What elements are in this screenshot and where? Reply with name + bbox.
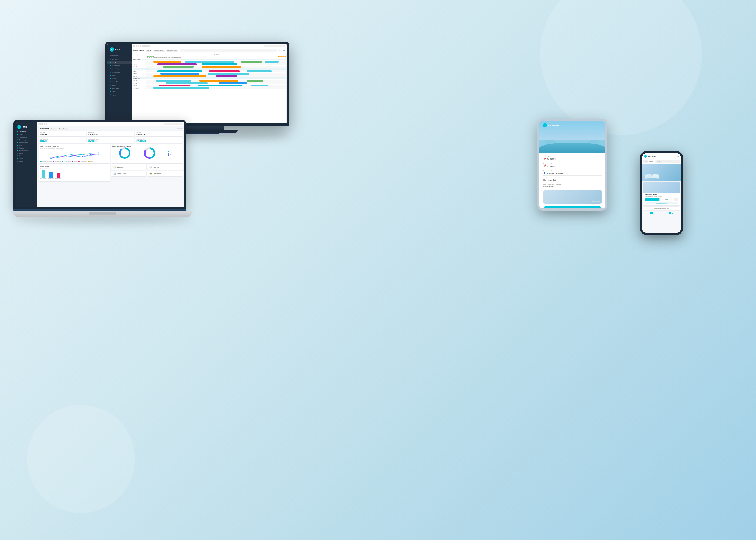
- phone-room-cards: Signature Suite Friday 16th April - Sund…: [642, 181, 681, 233]
- monitor-nav-sales-lead[interactable]: Sales Lead: [107, 87, 132, 90]
- additionals-value: High chair, Cot: [543, 179, 601, 182]
- market-segment-card: Market Segment 400 · 300 · 200 · 100 Mar…: [39, 165, 110, 182]
- market-bar-chart: Market Segment 1 Market Segment 3 Market…: [40, 170, 109, 180]
- toggle-row: [643, 212, 680, 214]
- phone-brand: RMS Hotel: [648, 156, 656, 157]
- monitor-logo: ▶ RMS: [107, 46, 132, 53]
- monitor-nav-setup[interactable]: Setup: [107, 90, 132, 93]
- monitor-nav-utilities[interactable]: Utilities: [107, 83, 132, 87]
- sign-form-btn[interactable]: Sign OOHS Declaration Form: [643, 206, 680, 210]
- donut-area: RR Powered Site A Rooms B Rooms: [112, 148, 182, 159]
- monitor-brand: RMS: [115, 48, 120, 51]
- monitor-rmsu-dropdown[interactable]: RMSU ▾: [146, 50, 152, 52]
- monitor-nav-asset[interactable]: Asset Maintenance: [107, 80, 132, 83]
- daily-charge-btn[interactable]: 💳 Daily Charge: [147, 171, 183, 176]
- daily-charge-icon: 💳: [149, 172, 152, 175]
- laptop-nav-edm[interactable]: EDM: [16, 144, 37, 147]
- booking-row-bmv02: B-MV 02: [133, 72, 286, 75]
- quick-actions-panel: 🌙 Night Audit 📋 Audit Trail: [111, 165, 183, 182]
- financial-dropdown[interactable]: Financial ▾: [50, 128, 57, 130]
- laptop-nav-reports[interactable]: Reports: [16, 147, 37, 149]
- laptop-trackpad[interactable]: [89, 212, 116, 215]
- stats-row-1: Daily Total $621.00 Monthly Total $10,43…: [39, 131, 183, 136]
- booking-row-ps03: E-PS 03: [133, 84, 286, 87]
- laptop-main-area: Reservation Search... Dashboard Financia…: [37, 122, 184, 207]
- revenue-chart-card: Monthly Revenue Comparison Jan 2020 · Ma…: [39, 144, 110, 163]
- monitor-nav-housekeeping[interactable]: Housekeeping: [107, 70, 132, 74]
- monitor-nav-charts[interactable]: Charts: [107, 61, 132, 64]
- arrival-date-value: 📅 14.09.2023: [543, 158, 601, 162]
- monitor-nav-loyalty[interactable]: Loyalty: [107, 93, 132, 96]
- laptop-nav-sales-lead[interactable]: Sales Lead: [16, 154, 37, 157]
- monitor-nav-dashboard[interactable]: Dashboard: [107, 58, 132, 61]
- laptop-nav-utilities[interactable]: Utilities: [16, 152, 37, 154]
- promo-value: Rewards #45512: [543, 186, 601, 189]
- phone-action-buttons: Payment Extras ⋯: [645, 198, 678, 202]
- laptop-nav-housekeeping[interactable]: Housekeeping: [16, 141, 37, 144]
- book-now-button[interactable]: Book Now: [543, 206, 601, 208]
- monitor-topbar: Reservation Search...: [132, 44, 287, 48]
- stat-daily-online: Daily Online Total $621.00: [39, 137, 86, 143]
- phone-room-image: [643, 182, 680, 193]
- extras-btn[interactable]: Extras: [659, 198, 674, 202]
- stat-ytd-total: YTD Total $99,127.00: [135, 131, 183, 136]
- bottom-row: Market Segment 400 · 300 · 200 · 100 Mar…: [39, 165, 183, 182]
- monitor-balance-dropdown[interactable]: Last Name Balance ▾: [153, 50, 165, 52]
- donut-chart-2: [143, 146, 156, 160]
- laptop-sidebar: ▶ RMS Dashboard Charts Reservations Acco…: [16, 122, 37, 207]
- svg-point-4: [58, 157, 59, 157]
- tablet-frame: RMS Hotel Arrival Date 📅 14.09.2023 Depa…: [537, 119, 607, 210]
- night-audit-btn[interactable]: 🌙 Night Audit: [111, 165, 146, 170]
- monitor-chart-title: Booking Chart: [133, 50, 144, 51]
- svg-point-7: [82, 156, 83, 157]
- quick-actions-grid: 🌙 Night Audit 📋 Audit Trail: [111, 165, 183, 176]
- monitor-nav-reservations[interactable]: Reservations: [107, 64, 132, 67]
- monitor-screen: ▶ RMS Menu Search... Dashboard Charts Re…: [105, 42, 289, 126]
- phone-menu-icon[interactable]: ≡: [678, 155, 679, 158]
- monitor-status-dropdown[interactable]: Reservation Status ▾: [166, 50, 179, 52]
- booking-row-ess03: E-SS 03: [133, 66, 286, 68]
- booking-row-psgras: E-PS Gras...: [133, 87, 286, 89]
- payment-btn[interactable]: Payment: [645, 198, 659, 202]
- departure-date-field: Departure Date 📅 18.09.2023: [543, 163, 601, 169]
- laptop-nav-reservations[interactable]: Reservations: [16, 136, 37, 139]
- laptop-nav-accounting[interactable]: Accounting: [16, 139, 37, 141]
- charts-row: Monthly Revenue Comparison Jan 2020 · Ma…: [39, 144, 183, 163]
- booking-row-ess01: E-SS 01 Price: [133, 61, 286, 63]
- phone-tab-future[interactable]: Future: [656, 160, 661, 163]
- monitor-nav-accounting[interactable]: Accounting: [107, 67, 132, 70]
- monitor-nav-edm[interactable]: EDM: [107, 74, 132, 77]
- booking-row-bmv01: B-MV 01: [133, 70, 286, 72]
- guests-field: Number of Guests 👤 2 Adults, 2 Children …: [543, 170, 601, 176]
- toggle-switch-2[interactable]: [669, 212, 673, 214]
- laptop-brand: RMS: [23, 126, 27, 128]
- phone-frame: RMS Hotel ≡ Past Present (2) Future: [640, 151, 683, 235]
- donut-chart-1: [118, 146, 132, 160]
- toggle-1: [650, 212, 655, 214]
- dashboard-title: Dashboard: [39, 128, 49, 130]
- monitor-nav-reports[interactable]: Reports: [107, 77, 132, 80]
- laptop-nav-asset-maint[interactable]: Asset Maintenance: [16, 149, 37, 152]
- stat-daily-total: Daily Total $621.00: [39, 131, 86, 136]
- laptop-screen: ▶ RMS Dashboard Charts Reservations Acco…: [14, 120, 186, 209]
- laptop-nav-loyalty[interactable]: Loyalty: [16, 160, 37, 163]
- phone-tab-present[interactable]: Present (2): [648, 160, 656, 163]
- person-icon: 👤: [543, 172, 546, 175]
- phone-tab-past[interactable]: Past: [644, 160, 648, 163]
- laptop-nav-setup[interactable]: Setup: [16, 157, 37, 160]
- more-options-btn[interactable]: ⋯: [675, 198, 678, 202]
- additionals-field: Additionals High chair, Cot: [543, 177, 601, 182]
- laptop-nav-dashboard[interactable]: Dashboard: [16, 130, 37, 133]
- tablet: RMS Hotel Arrival Date 📅 14.09.2023 Depa…: [537, 119, 607, 210]
- bar-col-2: Market Segment 3: [48, 172, 55, 179]
- arrival-date-field: Arrival Date 📅 14.09.2023: [543, 156, 601, 162]
- debtors-ledger-btn[interactable]: 📊 Debtors Ledger: [111, 171, 146, 176]
- tablet-form: Arrival Date 📅 14.09.2023 Departure Date…: [540, 153, 605, 208]
- audit-trail-btn[interactable]: 📋 Audit Trail: [147, 165, 183, 170]
- phone-room-info: Signature Suite Friday 16th April - Sund…: [643, 193, 680, 205]
- tablet-logo: RMS Hotel: [543, 123, 559, 127]
- toggle-switch-1[interactable]: [650, 212, 655, 214]
- laptop-nav-charts[interactable]: Charts: [16, 133, 37, 136]
- checkin-btn[interactable]: Contactless Check-In: [645, 202, 678, 204]
- rancho-dropdown[interactable]: Rancho Relax ▾: [58, 128, 68, 130]
